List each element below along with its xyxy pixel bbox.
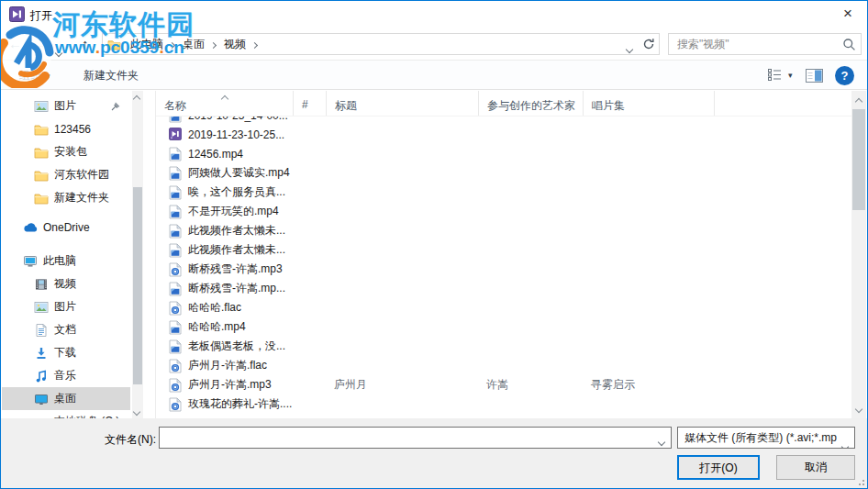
- back-button[interactable]: ←: [8, 36, 22, 52]
- breadcrumb-separator-icon[interactable]: [210, 41, 217, 48]
- new-folder-button[interactable]: 新建文件夹: [83, 68, 139, 83]
- file-name: 玫瑰花的葬礼-许嵩....: [188, 396, 292, 412]
- sidebar-item-download[interactable]: 下载: [2, 341, 130, 364]
- column-header[interactable]: #: [294, 91, 327, 116]
- file-row[interactable]: 2019-11-23-10-25...: [156, 125, 851, 144]
- app-icon: [9, 6, 25, 22]
- file-row[interactable]: 此视频作者太懒未...: [156, 221, 851, 240]
- file-row[interactable]: 断桥残雪-许嵩.mp3: [156, 260, 851, 279]
- sidebar-item-label: 下载: [54, 345, 76, 361]
- file-rows: 2019-10-25_14-00...2019-11-23-10-25...12…: [156, 116, 851, 418]
- filetype-select[interactable]: 媒体文件 (所有类型) (*.avi;*.mp: [677, 427, 855, 449]
- breadcrumb-separator-icon[interactable]: [169, 41, 175, 48]
- breadcrumb-separator-icon[interactable]: [251, 41, 258, 48]
- file-row[interactable]: 阿姨做人要诚实.mp4: [156, 163, 851, 183]
- column-header[interactable]: 参与创作的艺术家: [479, 91, 584, 116]
- file-row[interactable]: 庐州月-许嵩.flac: [156, 356, 851, 375]
- file-video-icon: [169, 339, 182, 354]
- scroll-up-icon[interactable]: [856, 95, 862, 105]
- breadcrumb-item[interactable]: 视频: [220, 38, 250, 50]
- file-name: 断桥残雪-许嵩.mp3: [188, 261, 283, 277]
- file-row[interactable]: 玫瑰花的葬礼-许嵩....: [156, 395, 851, 414]
- sidebar-item-picture[interactable]: 图片: [2, 295, 130, 318]
- sidebar-item-computer[interactable]: 此电脑: [2, 250, 130, 272]
- forward-button[interactable]: →: [34, 36, 48, 52]
- computer-icon: [23, 254, 38, 269]
- column-header[interactable]: 标题: [327, 91, 479, 116]
- file-name: 此视频作者太懒未...: [188, 223, 285, 239]
- file-row[interactable]: 此视频作者太懒未...: [156, 240, 851, 260]
- view-mode-button[interactable]: ▾: [768, 69, 793, 83]
- resize-grip[interactable]: [855, 476, 864, 485]
- sidebar-item-label: 此电脑: [43, 253, 76, 269]
- sidebar-item-label: 123456: [54, 123, 91, 136]
- picture-icon: [34, 300, 49, 315]
- up-button[interactable]: ↑: [82, 36, 89, 52]
- column-header-label: 标题: [335, 99, 357, 112]
- help-button[interactable]: ?: [835, 66, 854, 85]
- close-icon[interactable]: ×: [832, 3, 863, 25]
- scroll-down-icon[interactable]: [856, 406, 862, 412]
- file-row[interactable]: 哈哈哈.mp4: [156, 317, 851, 337]
- breadcrumb-item[interactable]: 桌面: [179, 38, 208, 50]
- file-audio-icon: [169, 378, 182, 393]
- file-row[interactable]: 唉，这个服务员真...: [156, 183, 851, 202]
- file-row[interactable]: 2019-10-25_14-00...: [156, 116, 851, 125]
- file-video-icon: [169, 282, 182, 296]
- list-view-icon: [768, 69, 782, 81]
- column-header-label: 唱片集: [592, 99, 625, 112]
- filename-dropdown-icon[interactable]: [659, 435, 664, 448]
- scrollbar-thumb[interactable]: [852, 109, 865, 210]
- folder-icon: [34, 168, 49, 183]
- sidebar-item-desktop[interactable]: 桌面: [2, 387, 130, 410]
- file-audio-icon: [169, 301, 182, 316]
- cancel-button[interactable]: 取消: [776, 455, 855, 480]
- sidebar-scrollbar[interactable]: [132, 91, 143, 418]
- column-header[interactable]: 唱片集: [584, 91, 715, 116]
- file-title: 庐州月: [327, 377, 479, 393]
- sidebar-item-folder[interactable]: 河东软件园: [2, 163, 130, 186]
- open-file-dialog: 打开 × ← → ↑ 此电脑桌面视频: [0, 0, 868, 489]
- file-name: 哈哈哈.flac: [188, 300, 241, 316]
- column-header-label: 参与创作的艺术家: [487, 99, 575, 112]
- search-icon[interactable]: [842, 38, 856, 51]
- scroll-up-icon[interactable]: [134, 93, 139, 102]
- file-row[interactable]: 庐州月-许嵩.mp3庐州月许嵩寻雾启示: [156, 375, 851, 395]
- desktop-icon: [34, 392, 49, 406]
- file-row[interactable]: 12456.mp4: [156, 144, 851, 163]
- preview-pane-button[interactable]: [806, 69, 823, 85]
- refresh-button[interactable]: [638, 33, 660, 55]
- address-dropdown-icon[interactable]: [627, 42, 632, 55]
- history-dropdown-icon[interactable]: [56, 43, 61, 60]
- sidebar-item-picture[interactable]: 图片: [2, 94, 130, 117]
- filename-input[interactable]: [163, 429, 644, 444]
- file-row[interactable]: 老板偶遇老板，没...: [156, 337, 851, 356]
- search-box: [668, 33, 862, 55]
- list-scrollbar[interactable]: [851, 91, 866, 418]
- sidebar-item-onedrive[interactable]: OneDrive: [2, 216, 130, 239]
- file-row[interactable]: 断桥残雪-许嵩.mp...: [156, 279, 851, 298]
- sidebar-item-label: 河东软件园: [54, 167, 109, 183]
- file-name: 庐州月-许嵩.flac: [188, 358, 267, 373]
- scrollbar-thumb[interactable]: [133, 187, 142, 384]
- sidebar-item-video[interactable]: 视频: [2, 272, 130, 295]
- file-row[interactable]: 不是开玩笑的.mp4: [156, 202, 851, 221]
- column-header[interactable]: 名称: [156, 91, 294, 116]
- organize-button[interactable]: 组织▾: [19, 68, 50, 83]
- sidebar-item-label: 音乐: [54, 368, 76, 383]
- search-input[interactable]: [675, 37, 835, 51]
- sidebar-item-folder[interactable]: 123456: [2, 117, 130, 140]
- sort-ascending-icon: [156, 92, 293, 105]
- sidebar-item-disk[interactable]: 本地磁盘 (C:): [2, 410, 130, 418]
- file-video-icon: [169, 320, 182, 335]
- sidebar-item-music[interactable]: 音乐: [2, 364, 130, 387]
- sidebar-item-folder[interactable]: 安装包: [2, 140, 130, 163]
- file-name: 老板偶遇老板，没...: [188, 339, 285, 354]
- sidebar-item-folder[interactable]: 新建文件夹: [2, 186, 130, 209]
- file-row[interactable]: 哈哈哈.flac: [156, 298, 851, 317]
- scroll-down-icon[interactable]: [134, 409, 139, 415]
- sidebar-item-document[interactable]: 文档: [2, 318, 130, 341]
- breadcrumb-item[interactable]: 此电脑: [127, 38, 167, 50]
- address-bar[interactable]: 此电脑桌面视频: [102, 33, 639, 55]
- open-button[interactable]: 打开(O): [677, 455, 760, 480]
